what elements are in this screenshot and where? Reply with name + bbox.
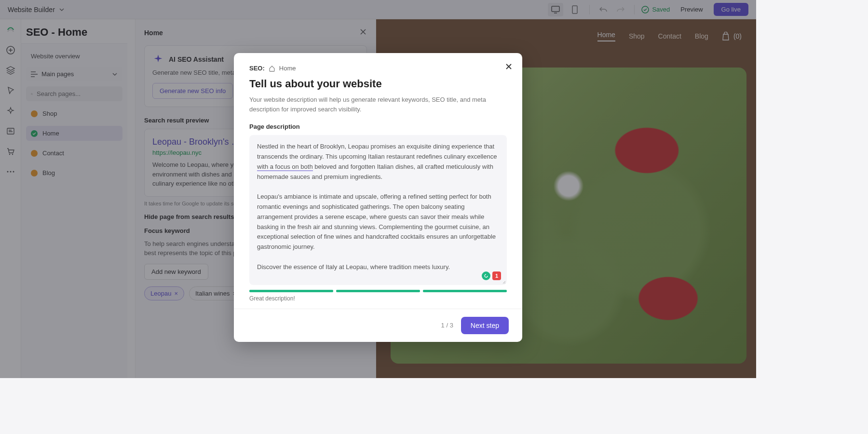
progress-segment: [423, 290, 507, 292]
grammar-suggestion[interactable]: with a focus on both: [257, 163, 313, 171]
seo-wizard-modal: SEO: Home Tell us about your website You…: [234, 53, 522, 342]
breadcrumb: SEO: Home: [249, 65, 507, 72]
textarea-content: Nestled in the heart of Brooklyn, Leopau…: [257, 142, 499, 272]
error-count-badge[interactable]: 1: [492, 271, 501, 280]
progress-bar: [249, 290, 507, 292]
description-textarea[interactable]: Nestled in the heart of Brooklyn, Leopau…: [249, 135, 507, 285]
home-icon: [269, 65, 275, 72]
modal-subtitle: Your website description will help us ge…: [249, 95, 507, 114]
breadcrumb-prefix: SEO:: [249, 65, 265, 72]
grammarly-icon[interactable]: [482, 271, 490, 280]
next-step-button[interactable]: Next step: [461, 317, 509, 334]
modal-title: Tell us about your website: [249, 78, 507, 90]
resize-handle-icon[interactable]: [501, 279, 506, 284]
progress-label: Great description!: [249, 295, 507, 302]
grammar-badges: 1: [482, 271, 501, 280]
modal-footer: 1 / 3 Next step: [234, 309, 522, 342]
close-modal-button[interactable]: [503, 61, 515, 72]
field-label: Page description: [249, 123, 507, 130]
progress-segment: [336, 290, 420, 292]
breadcrumb-page: Home: [279, 65, 296, 72]
progress-segment: [249, 290, 333, 292]
modal-overlay: SEO: Home Tell us about your website You…: [0, 0, 756, 378]
close-icon: [505, 63, 513, 70]
step-indicator: 1 / 3: [441, 322, 453, 329]
